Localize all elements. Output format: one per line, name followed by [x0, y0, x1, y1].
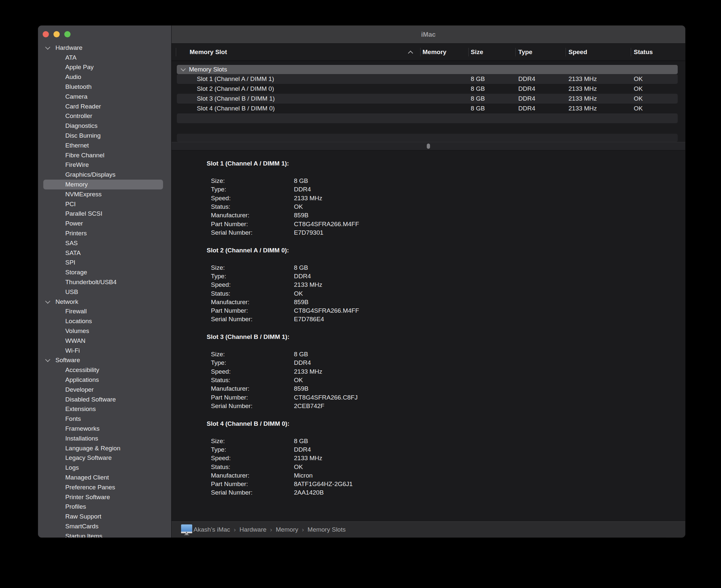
close-button[interactable]	[43, 31, 49, 37]
sidebar-item-graphics-displays[interactable]: Graphics/Displays	[43, 170, 163, 180]
sidebar-item-smartcards[interactable]: SmartCards	[43, 522, 163, 531]
sidebar-item-fonts[interactable]: Fonts	[43, 414, 163, 424]
sidebar-item-volumes[interactable]: Volumes	[43, 326, 163, 336]
sidebar-item-managed-client[interactable]: Managed Client	[43, 472, 163, 482]
detail-field-value: E7D786E4	[294, 316, 324, 323]
sidebar-item-software[interactable]: Software	[43, 356, 163, 365]
detail-section-title: Slot 2 (Channel A / DIMM 0):	[207, 247, 289, 254]
sidebar-item-pci[interactable]: PCI	[43, 199, 163, 209]
chevron-down-icon[interactable]	[45, 357, 51, 362]
column-header-status[interactable]: Status	[634, 44, 653, 61]
sidebar-item-legacy-software[interactable]: Legacy Software	[43, 453, 163, 463]
chevron-down-icon[interactable]	[45, 45, 51, 50]
sidebar-item-bluetooth[interactable]: Bluetooth	[43, 82, 163, 92]
sidebar-item-label: Network	[56, 298, 78, 306]
column-separator	[420, 48, 421, 56]
pane-splitter[interactable]	[172, 142, 685, 150]
detail-field-value: 8 GB	[294, 351, 308, 358]
sidebar-item-nvmexpress[interactable]: NVMExpress	[43, 189, 163, 199]
memory-slots-group-row[interactable]: Memory Slots	[177, 65, 678, 74]
cell-status: OK	[634, 104, 643, 113]
detail-field-value: CT8G4SFRA266.M4FF	[294, 220, 359, 228]
table-row[interactable]: Slot 1 (Channel A / DIMM 1)8 GBDDR42133 …	[177, 74, 678, 84]
sidebar-item-frameworks[interactable]: Frameworks	[43, 424, 163, 434]
table-row[interactable]: Slot 2 (Channel A / DIMM 0)8 GBDDR42133 …	[177, 84, 678, 94]
sidebar-item-printer-software[interactable]: Printer Software	[43, 492, 163, 502]
column-header-size[interactable]: Size	[471, 44, 483, 61]
sidebar-item-label: Installations	[65, 435, 98, 442]
sidebar-item-language-region[interactable]: Language & Region	[43, 443, 163, 453]
sidebar-item-preference-panes[interactable]: Preference Panes	[43, 482, 163, 492]
table-row[interactable]: Slot 3 (Channel B / DIMM 1)8 GBDDR42133 …	[177, 94, 678, 104]
sidebar-item-network[interactable]: Network	[43, 297, 163, 307]
column-header-memory[interactable]: Memory	[422, 44, 446, 61]
imac-icon	[181, 524, 193, 535]
sidebar-item-controller[interactable]: Controller	[43, 111, 163, 121]
sidebar-item-diagnostics[interactable]: Diagnostics	[43, 121, 163, 131]
detail-section-title: Slot 3 (Channel B / DIMM 1):	[207, 333, 289, 340]
minimize-button[interactable]	[54, 31, 60, 37]
sidebar-item-logs[interactable]: Logs	[43, 463, 163, 472]
sidebar-item-sata[interactable]: SATA	[43, 248, 163, 258]
sidebar-item-printers[interactable]: Printers	[43, 228, 163, 238]
column-separator	[515, 48, 516, 56]
sidebar-item-storage[interactable]: Storage	[43, 268, 163, 277]
sidebar-item-profiles[interactable]: Profiles	[43, 502, 163, 512]
sidebar-item-ethernet[interactable]: Ethernet	[43, 141, 163, 150]
column-header-type[interactable]: Type	[518, 44, 533, 61]
sidebar-item-wi-fi[interactable]: Wi-Fi	[43, 346, 163, 356]
sidebar-item-label: Managed Client	[65, 474, 109, 481]
sidebar-item-developer[interactable]: Developer	[43, 385, 163, 395]
sidebar-item-applications[interactable]: Applications	[43, 375, 163, 385]
detail-field-label: Manufacturer:	[211, 472, 294, 479]
chevron-down-icon[interactable]	[45, 299, 51, 304]
detail-field-label: Manufacturer:	[211, 385, 294, 392]
sidebar-item-wwan[interactable]: WWAN	[43, 336, 163, 346]
sidebar-item-label: Memory	[65, 181, 88, 188]
detail-field-label: Serial Number:	[211, 489, 294, 496]
sidebar-item-thunderbolt-usb4[interactable]: Thunderbolt/USB4	[43, 277, 163, 287]
sidebar-item-disc-burning[interactable]: Disc Burning	[43, 131, 163, 141]
splitter-handle-icon[interactable]	[427, 144, 430, 149]
sidebar-item-apple-pay[interactable]: Apple Pay	[43, 63, 163, 72]
sidebar-item-firewire[interactable]: FireWire	[43, 160, 163, 170]
sidebar-item-label: Ethernet	[65, 142, 89, 149]
breadcrumb-separator: ›	[302, 526, 304, 533]
detail-field-label: Speed:	[211, 455, 294, 462]
detail-field: Status:OK	[211, 289, 359, 298]
sidebar-item-audio[interactable]: Audio	[43, 72, 163, 82]
sidebar-item-camera[interactable]: Camera	[43, 92, 163, 102]
sidebar-item-label: Logs	[65, 464, 79, 471]
titlebar[interactable]: iMac	[172, 25, 685, 44]
sidebar-item-disabled-software[interactable]: Disabled Software	[43, 395, 163, 404]
sidebar-item-card-reader[interactable]: Card Reader	[43, 102, 163, 111]
sidebar-item-usb[interactable]: USB	[43, 287, 163, 297]
detail-field-value: DDR4	[294, 359, 311, 366]
sidebar-item-fibre-channel[interactable]: Fibre Channel	[43, 150, 163, 160]
chevron-down-icon[interactable]	[181, 66, 186, 71]
detail-field-value: 8 GB	[294, 438, 308, 445]
sidebar-item-ata[interactable]: ATA	[43, 53, 163, 63]
column-header-speed[interactable]: Speed	[568, 44, 587, 61]
detail-fields: Size:8 GBType:DDR4Speed:2133 MHzStatus:O…	[211, 437, 353, 497]
sidebar-item-firewall[interactable]: Firewall	[43, 307, 163, 317]
zoom-button[interactable]	[64, 31, 71, 37]
sidebar-item-locations[interactable]: Locations	[43, 316, 163, 326]
sidebar-item-accessibility[interactable]: Accessibility	[43, 365, 163, 375]
sidebar-item-extensions[interactable]: Extensions	[43, 404, 163, 414]
sidebar-item-sas[interactable]: SAS	[43, 238, 163, 248]
detail-field: Size:8 GB	[211, 177, 359, 185]
sidebar-item-memory[interactable]: Memory	[43, 180, 163, 189]
detail-section-title: Slot 1 (Channel A / DIMM 1):	[207, 160, 289, 167]
sidebar-item-raw-support[interactable]: Raw Support	[43, 512, 163, 522]
sidebar-item-spi[interactable]: SPI	[43, 258, 163, 268]
sidebar-item-parallel-scsi[interactable]: Parallel SCSI	[43, 209, 163, 219]
detail-field-value: 8 GB	[294, 264, 308, 271]
sidebar-item-installations[interactable]: Installations	[43, 434, 163, 443]
sidebar-item-power[interactable]: Power	[43, 218, 163, 228]
sidebar-item-startup-items[interactable]: Startup Items	[43, 531, 163, 538]
table-row[interactable]: Slot 4 (Channel B / DIMM 0)8 GBDDR42133 …	[177, 104, 678, 113]
detail-field: Speed:2133 MHz	[211, 368, 358, 376]
sidebar-item-hardware[interactable]: Hardware	[43, 43, 163, 53]
column-header-memory-slot[interactable]: Memory Slot	[189, 44, 227, 61]
